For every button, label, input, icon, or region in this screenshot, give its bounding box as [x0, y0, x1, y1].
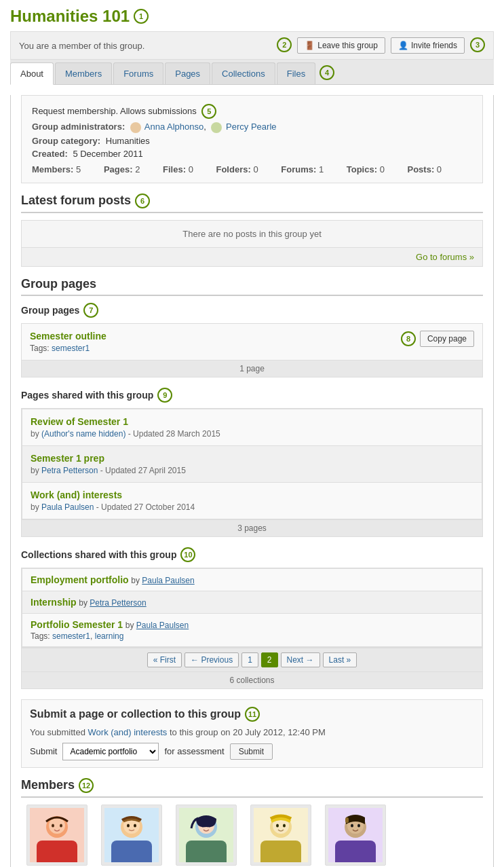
page-1-button[interactable]: 1 — [241, 652, 258, 667]
petra-petterson-link-pages[interactable]: Petra Petterson — [41, 466, 98, 475]
tag-semester1-link[interactable]: semester1 — [52, 344, 90, 353]
collection-tags: Tags: semester1, learning — [31, 631, 473, 641]
svg-point-28 — [351, 824, 353, 827]
shared-pages-title: Pages shared with this group — [21, 390, 153, 401]
work-interests-link[interactable]: Work (and) interests — [31, 490, 122, 500]
circle-12: 12 — [79, 778, 94, 793]
submit-header: Submit a page or collection to this grou… — [30, 707, 474, 722]
paula-paulsen-link-coll-0[interactable]: Paula Paulsen — [142, 576, 194, 585]
created-row: Created: 5 December 2011 — [32, 149, 472, 159]
collections-section: Collections shared with this group 10 Em… — [21, 547, 483, 689]
tab-pages[interactable]: Pages — [165, 62, 210, 84]
member-petra: Petra Petterson — [170, 805, 241, 867]
semester-outline-item: Semester outline Tags: semester1 8 Copy … — [22, 324, 482, 360]
admin1-avatar — [130, 122, 141, 133]
pagination-bar: « First ← Previous 1 2 Next → Last » — [21, 648, 483, 672]
percy-avatar — [101, 805, 162, 866]
review-semester-link[interactable]: Review of Semester 1 — [31, 416, 128, 427]
leave-group-button[interactable]: 🚪 Leave this group — [297, 37, 385, 54]
membership-buttons: 2 🚪 Leave this group 👤 Invite friends 3 — [277, 37, 485, 54]
group-page-item: Semester outline Tags: semester1 8 Copy … — [21, 323, 483, 361]
admin2-avatar — [211, 122, 222, 133]
title-text: Humanities 101 — [10, 7, 130, 26]
tabs: About Members Forums Pages Collections F… — [10, 60, 494, 85]
tag-learning-coll[interactable]: learning — [95, 631, 124, 641]
admins-label: Group administrators: — [32, 122, 125, 132]
forum-title: Latest forum posts — [21, 193, 131, 208]
page-2-button[interactable]: 2 — [261, 652, 278, 667]
shared-page-item-1: Semester 1 prep by Petra Petterson - Upd… — [22, 445, 482, 482]
svg-point-11 — [134, 824, 136, 827]
svg-point-22 — [276, 824, 279, 827]
next-page-button[interactable]: Next → — [281, 652, 320, 667]
tab-about[interactable]: About — [10, 62, 54, 85]
members-grid: Polly Potter — [21, 805, 483, 867]
group-pages-section: Group pages Group pages 7 Semester outli… — [21, 277, 483, 377]
tab-forums[interactable]: Forums — [113, 62, 163, 84]
shared-pages-section: Pages shared with this group 9 Review of… — [21, 388, 483, 537]
semester1-prep-link[interactable]: Semester 1 prep — [31, 453, 104, 464]
author-hidden-link[interactable]: (Author's name hidden) — [41, 429, 125, 439]
circle-8: 8 — [401, 331, 416, 346]
admins-row: Group administrators: Anna Alphonso, Per… — [32, 122, 472, 133]
created-label: Created: — [32, 149, 68, 159]
member-polly: Polly Potter — [21, 805, 92, 867]
semester-outline-link[interactable]: Semester outline — [30, 331, 106, 342]
paula-paulsen-link-coll-2[interactable]: Paula Paulsen — [136, 621, 189, 630]
membership-bar: You are a member of this group. 2 🚪 Leav… — [10, 31, 494, 60]
last-page-button[interactable]: Last » — [323, 652, 357, 667]
admin1-link[interactable]: Anna Alphonso — [144, 122, 203, 132]
copy-page-button[interactable]: Copy page — [420, 331, 474, 347]
invite-friends-button[interactable]: 👤 Invite friends — [391, 37, 465, 54]
folders-stat: Folders: 0 — [216, 164, 268, 174]
forums-stat: Forums: 1 — [281, 164, 334, 174]
svg-point-10 — [127, 824, 130, 827]
petra-avatar — [176, 805, 237, 866]
submit-dropdown[interactable]: Academic portfolio Semester outline Work… — [62, 743, 159, 760]
collections-header: Collections shared with this group 10 — [21, 547, 483, 562]
first-page-button[interactable]: « First — [147, 652, 182, 667]
collection-item-2: Portfolio Semester 1 by Paula Paulsen Ta… — [22, 613, 482, 647]
tab-collections[interactable]: Collections — [212, 62, 275, 84]
members-stat: Members: 5 — [32, 164, 91, 174]
portfolio-semester1-link[interactable]: Portfolio Semester 1 — [31, 619, 123, 630]
no-posts-box: There are no posts in this group yet Go … — [21, 220, 483, 267]
circle-4: 4 — [319, 65, 334, 80]
membership-type-text: Request membership. Allows submissions — [32, 106, 197, 116]
shared-page-item-2: Work (and) interests by Paula Paulsen - … — [22, 482, 482, 519]
svg-rect-20 — [260, 841, 301, 862]
submit-section: Submit a page or collection to this grou… — [21, 699, 483, 768]
invite-icon: 👤 — [398, 41, 408, 50]
collections-list: Employment portfolio by Paula Paulsen In… — [21, 568, 483, 648]
tab-members[interactable]: Members — [55, 62, 112, 84]
topics-stat: Topics: 0 — [347, 164, 395, 174]
submit-button[interactable]: Submit — [230, 743, 273, 760]
collection-item-1: Internship by Petra Petterson — [22, 591, 482, 613]
paula-paulsen-link-pages[interactable]: Paula Paulsen — [41, 502, 94, 512]
circle-11: 11 — [245, 707, 260, 722]
prev-page-button[interactable]: ← Previous — [185, 652, 239, 667]
for-assessment-text: for assessment — [164, 746, 224, 756]
admin2-link[interactable]: Percy Pearle — [226, 122, 276, 132]
internship-link[interactable]: Internship — [31, 597, 77, 608]
shared-pages-list: Review of Semester 1 by (Author's name h… — [21, 408, 483, 520]
submit-title: Submit a page or collection to this grou… — [30, 708, 241, 720]
circle-10: 10 — [180, 547, 195, 562]
tag-semester1-coll[interactable]: semester1 — [52, 631, 90, 641]
pages-stat: Pages: 2 — [104, 164, 151, 174]
shared-pages-header: Pages shared with this group 9 — [21, 388, 483, 403]
circle-1: 1 — [134, 9, 149, 24]
category-value: Humanities — [106, 136, 150, 146]
submitted-page-link[interactable]: Work (and) interests — [88, 727, 168, 737]
employment-portfolio-link[interactable]: Employment portfolio — [31, 574, 129, 585]
tab-files[interactable]: Files — [277, 62, 315, 84]
goto-forums-link[interactable]: Go to forums » — [416, 252, 474, 262]
svg-point-5 — [60, 824, 62, 827]
svg-rect-30 — [345, 817, 349, 823]
category-row: Group category: Humanities — [32, 136, 472, 146]
collection-item-0: Employment portfolio by Paula Paulsen — [22, 568, 482, 591]
page-item-header: Semester outline Tags: semester1 8 Copy … — [30, 331, 474, 353]
petra-petterson-link-coll[interactable]: Petra Petterson — [90, 598, 146, 608]
circle-5: 5 — [201, 104, 216, 119]
work-interests-meta: by Paula Paulsen - Updated 27 October 20… — [31, 502, 473, 512]
